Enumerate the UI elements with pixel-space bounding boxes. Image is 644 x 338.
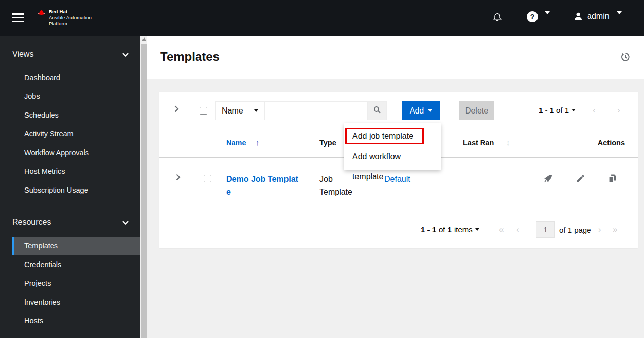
menu-item-add-workflow-template[interactable]: Add workflow template [344,146,441,167]
scrollbar-up-arrow[interactable] [142,37,146,41]
brand-line-2: Ansible Automation [49,15,92,20]
next-page-icon[interactable]: › [598,224,601,235]
footer-of-word: of [439,225,445,234]
footer-total: 1 [448,225,452,234]
column-header-last-ran[interactable]: Last Ran [463,139,494,147]
table-row-border [159,209,638,209]
sidebar-item-activity-stream[interactable]: Activity Stream [0,125,140,143]
template-name-link[interactable]: Demo Job Template [226,173,302,198]
search-button[interactable] [368,101,387,120]
views-nav-list: Dashboard Jobs Schedules Activity Stream… [0,68,140,200]
brand-line-3: Platform [49,21,67,26]
expand-all-chevron-icon[interactable] [174,105,179,114]
sidebar-item-projects[interactable]: Projects [0,274,140,293]
sidebar-item-workflow-approvals[interactable]: Workflow Approvals [0,143,140,162]
column-header-actions: Actions [598,139,625,147]
add-dropdown-menu: Add job template Add workflow template [344,123,441,170]
toolbar-prev-page-icon[interactable]: ‹ [593,105,596,116]
sidebar-item-templates[interactable]: Templates [12,237,140,255]
edit-pencil-icon[interactable] [576,174,585,185]
page-number-input[interactable] [536,221,555,238]
toolbar-pagination-count[interactable]: 1 - 1 of 1 [539,106,576,115]
organization-link[interactable]: Default [384,173,410,185]
chevron-down-icon [428,109,432,112]
footer-range: 1 - 1 [421,225,436,234]
sidebar-nav: Views Dashboard Jobs Schedules Activity … [0,36,140,338]
redhat-fedora-icon [37,9,46,18]
chevron-down-icon [122,50,129,59]
sidebar-item-credentials[interactable]: Credentials [0,255,140,274]
user-menu-button[interactable]: admin [587,12,610,21]
menu-item-add-job-template[interactable]: Add job template [344,126,441,146]
vertical-scrollbar[interactable] [140,36,147,338]
row-checkbox[interactable] [204,175,211,182]
notifications-bell-icon[interactable] [492,12,503,24]
last-page-icon[interactable]: » [613,224,617,235]
copy-icon[interactable] [607,174,617,185]
scrollbar-thumb[interactable] [141,44,147,338]
templates-list-card: Name Add Delete 1 - 1 of 1 ‹ › Name ↑ [159,92,638,248]
row-expand-chevron-icon[interactable] [176,174,181,182]
page-count-label: of 1 page [559,226,591,234]
filter-type-label: Name [222,106,243,116]
masthead: Red Hat Ansible Automation Platform ? ad… [0,0,644,36]
help-chevron-down-icon[interactable] [545,14,550,22]
sort-ascending-icon[interactable]: ↑ [256,138,260,147]
page-title: Templates [160,50,220,64]
sidebar-item-inventories[interactable]: Inventories [0,293,140,312]
chevron-down-icon [122,218,129,227]
sidebar-item-hosts[interactable]: Hosts [0,312,140,330]
chevron-down-icon [571,109,576,111]
user-chevron-down-icon[interactable] [617,14,622,22]
views-section-label: Views [12,50,33,59]
history-icon[interactable] [620,52,631,64]
nav-toggle-button[interactable] [12,13,24,22]
app-window: Red Hat Ansible Automation Platform ? ad… [0,0,644,338]
sidebar-section-resources[interactable]: Resources [0,214,140,231]
sort-both-icon[interactable]: ↕ [506,138,510,147]
sidebar-item-schedules[interactable]: Schedules [0,106,140,125]
resources-nav-list: Templates Credentials Projects Inventori… [0,237,140,330]
pagination-range: 1 - 1 [539,106,554,115]
sidebar-divider [0,208,140,208]
sidebar-section-views[interactable]: Views [0,46,140,62]
search-input[interactable] [265,101,368,120]
page-header: Templates [147,36,644,79]
column-header-name[interactable]: Name [226,139,246,147]
select-all-checkbox[interactable] [200,107,207,115]
brand-line-1: Red Hat [49,9,67,14]
footer-items-per-page[interactable]: 1 - 1 of 1 items [421,225,479,234]
sidebar-item-jobs[interactable]: Jobs [0,87,140,106]
sidebar-item-subscription-usage[interactable]: Subscription Usage [0,181,140,200]
add-button-label: Add [410,106,424,116]
resources-section-label: Resources [12,218,51,227]
footer-items-word: items [454,225,473,234]
prev-page-icon[interactable]: ‹ [516,224,519,235]
filter-type-select[interactable]: Name [215,101,265,120]
add-button[interactable]: Add [402,101,440,120]
sidebar-item-dashboard[interactable]: Dashboard [0,68,140,87]
toolbar-next-page-icon[interactable]: › [617,105,620,116]
brand-logo: Red Hat Ansible Automation Platform [37,9,92,27]
help-icon[interactable]: ? [527,11,538,22]
search-icon [373,105,382,116]
column-header-type: Type [319,139,336,147]
launch-rocket-icon[interactable] [543,174,553,185]
first-page-icon[interactable]: « [499,224,504,235]
chevron-down-icon [475,228,479,231]
pagination-of: of 1 [556,106,569,115]
user-icon[interactable] [573,11,583,23]
sidebar-item-host-metrics[interactable]: Host Metrics [0,162,140,181]
chevron-down-icon [254,109,258,112]
delete-button[interactable]: Delete [459,101,494,120]
